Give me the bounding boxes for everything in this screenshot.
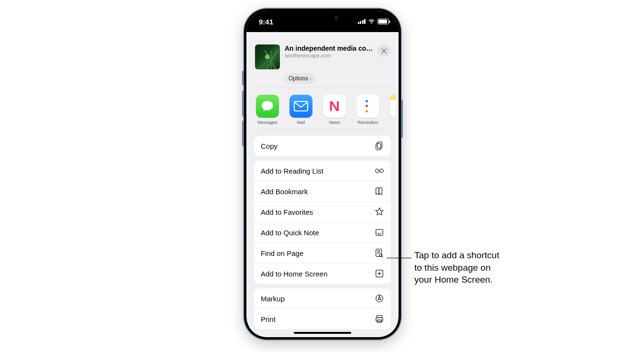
action-home-screen[interactable]: Add to Home Screen <box>254 263 391 284</box>
copy-icon <box>375 141 384 151</box>
screen: 9:41 An independent media comp… anothere… <box>246 11 399 337</box>
app-messages[interactable]: Messages <box>256 95 279 125</box>
action-label: Add Bookmark <box>261 187 308 196</box>
home-indicator[interactable] <box>294 332 351 334</box>
options-label: Options <box>289 75 308 82</box>
action-label: Markup <box>261 295 285 303</box>
news-icon: N <box>323 95 346 118</box>
book-icon <box>375 187 384 196</box>
chevron-right-icon: › <box>310 75 311 82</box>
share-sheet: An independent media comp… anotherescape… <box>249 40 396 337</box>
action-bookmark[interactable]: Add Bookmark <box>254 181 391 201</box>
share-subtitle: anotherescape.com <box>285 53 378 58</box>
action-copy[interactable]: Copy <box>254 136 391 156</box>
action-favorites[interactable]: Add to Favorites <box>254 201 391 222</box>
iphone-frame: 9:41 An independent media comp… anothere… <box>244 9 401 340</box>
action-reading-list[interactable]: Add to Reading List <box>254 161 391 181</box>
signal-icon <box>358 19 366 24</box>
action-label: Add to Home Screen <box>261 270 327 278</box>
action-group-1: Copy <box>254 136 391 156</box>
svg-rect-12 <box>294 101 308 111</box>
mail-icon <box>289 95 312 118</box>
volume-down <box>242 121 244 146</box>
app-label: Reminders <box>357 120 378 125</box>
action-label: Add to Quick Note <box>261 229 319 237</box>
markup-icon <box>375 294 384 303</box>
action-print[interactable]: Print <box>254 308 391 329</box>
power-button <box>401 99 403 138</box>
app-mail[interactable]: Mail <box>289 95 312 125</box>
action-markup[interactable]: Markup <box>254 288 391 308</box>
edit-actions-link[interactable]: Edit Actions… <box>254 334 391 337</box>
status-time: 9:41 <box>259 18 273 26</box>
battery-icon <box>378 19 389 24</box>
app-reminders[interactable]: Reminders <box>356 95 379 125</box>
mute-switch <box>242 71 244 85</box>
app-notes[interactable]: N <box>390 95 396 125</box>
actions-list[interactable]: Copy Add to Reading List Add Bookmark Ad <box>249 131 396 337</box>
plus-square-icon <box>375 269 384 278</box>
callout-leader-line <box>387 258 411 258</box>
star-icon <box>375 207 384 217</box>
app-label: Mail <box>297 120 305 125</box>
find-icon <box>375 248 384 258</box>
messages-icon <box>256 95 279 118</box>
action-label: Add to Reading List <box>261 167 323 175</box>
wifi-icon <box>368 19 375 24</box>
volume-up <box>242 91 244 117</box>
reminders-icon <box>356 95 379 118</box>
action-group-2: Add to Reading List Add Bookmark Add to … <box>254 161 391 284</box>
action-quick-note[interactable]: Add to Quick Note <box>254 222 391 242</box>
notes-icon <box>390 95 396 118</box>
quicknote-icon <box>375 228 384 237</box>
glasses-icon <box>375 166 384 176</box>
action-label: Add to Favorites <box>261 208 313 216</box>
share-apps-row[interactable]: Messages Mail N News <box>249 88 396 131</box>
page-thumbnail <box>255 44 280 69</box>
action-label: Print <box>261 315 276 323</box>
action-label: Copy <box>261 142 278 150</box>
action-find[interactable]: Find on Page <box>254 242 391 263</box>
share-title: An independent media comp… <box>285 44 378 52</box>
action-label: Find on Page <box>261 249 303 257</box>
share-header: An independent media comp… anotherescape… <box>249 40 396 88</box>
app-news[interactable]: N News <box>323 95 346 125</box>
close-button[interactable] <box>378 44 390 57</box>
app-label: News <box>329 120 340 125</box>
printer-icon <box>375 314 384 324</box>
callout-text: Tap to add a shortcut to this webpage on… <box>414 249 499 286</box>
app-label: Messages <box>257 120 277 125</box>
notch <box>287 11 358 23</box>
options-button[interactable]: Options › <box>285 73 315 84</box>
action-group-3: Markup Print <box>254 288 391 329</box>
